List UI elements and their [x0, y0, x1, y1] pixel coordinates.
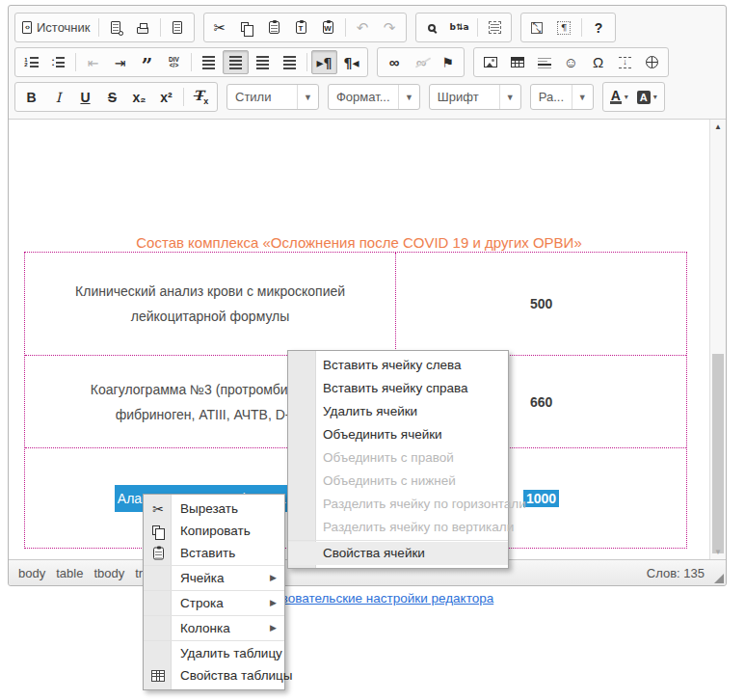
align-left-button[interactable] — [196, 50, 222, 74]
submenu-arrow-icon: ▶ — [270, 592, 277, 614]
anchor-button[interactable]: ⚑ — [435, 50, 461, 74]
text-color-button[interactable]: A▾ — [606, 85, 632, 109]
remove-format-button[interactable]: Tx — [188, 85, 214, 109]
menu-item-paste[interactable]: Вставить — [144, 542, 284, 564]
subscript-icon: x₂ — [132, 90, 146, 105]
paste-text-button[interactable]: T — [288, 15, 314, 40]
link-button[interactable]: ∞ — [381, 50, 407, 74]
image-button[interactable] — [477, 50, 503, 74]
print-button[interactable] — [130, 15, 156, 40]
align-center-button[interactable] — [223, 50, 249, 74]
paste-word-button[interactable]: W — [315, 15, 341, 40]
menu-item-delete-table[interactable]: Удалить таблицу — [144, 642, 284, 664]
select-all-button[interactable] — [482, 15, 508, 40]
ltr-button[interactable]: ▸¶ — [311, 50, 337, 74]
menu-item-copy[interactable]: Копировать — [144, 520, 284, 542]
format-combo[interactable]: Формат...▼ — [328, 84, 420, 110]
scrollbar-up-icon[interactable]: ▲ — [710, 120, 726, 134]
path-item-table[interactable]: table — [56, 566, 83, 580]
source-button[interactable]: Источник — [18, 15, 94, 40]
font-size-combo[interactable]: Ра...▼ — [530, 84, 594, 110]
path-item-body[interactable]: body — [18, 566, 45, 580]
print-icon — [137, 27, 148, 34]
select-all-icon — [489, 21, 501, 34]
italic-button[interactable]: I — [45, 85, 71, 109]
editor-settings-link[interactable]: Пользовательские настройки редактора — [252, 591, 493, 606]
underline-icon: U — [80, 90, 90, 105]
menu-item-insert-cell-left[interactable]: Вставить ячейку слева — [288, 354, 508, 377]
indent-button[interactable]: ⇥ — [107, 50, 133, 74]
paste-word-icon: W — [323, 21, 333, 34]
table-cell-service[interactable]: Клинический анализ крови с микроскопией … — [25, 253, 395, 355]
page-break-button[interactable]: ↓ — [612, 50, 638, 74]
align-right-button[interactable] — [250, 50, 276, 74]
menu-item-cell[interactable]: Ячейка▶ — [144, 567, 284, 589]
horizontal-rule-button[interactable] — [531, 50, 557, 74]
toolbar-group-colors: A▾ A▾ — [602, 82, 665, 112]
bg-color-button[interactable]: A▾ — [633, 85, 661, 109]
menu-item-column[interactable]: Колонка▶ — [144, 617, 284, 639]
unlink-button: ∞ — [408, 50, 434, 74]
numbered-list-button[interactable]: 12 — [18, 50, 44, 74]
bold-button[interactable]: B — [18, 85, 44, 109]
outdent-icon: ⇤ — [88, 56, 99, 69]
chevron-down-icon: ▼ — [499, 85, 520, 109]
element-path-breadcrumb: body table tbody tr — [18, 566, 143, 580]
menu-item-delete-cells[interactable]: Удалить ячейки — [288, 400, 508, 423]
menu-item-split-horizontal: Разделить ячейку по горизонтали — [288, 493, 508, 516]
table-cell-price[interactable]: 500 — [395, 253, 686, 355]
paste-button[interactable] — [261, 15, 287, 40]
path-item-tbody[interactable]: tbody — [93, 566, 124, 580]
path-item-tr[interactable]: tr — [135, 566, 143, 580]
bulleted-list-button[interactable]: •• — [45, 50, 71, 74]
smiley-button[interactable]: ☺ — [558, 50, 584, 74]
paste-text-icon: T — [296, 21, 306, 34]
table-context-menu: ✂Вырезать Копировать Вставить Ячейка▶ Ст… — [143, 494, 285, 690]
bg-color-icon: A — [637, 91, 651, 104]
underline-button[interactable]: U — [72, 85, 98, 109]
chevron-down-icon: ▼ — [297, 85, 318, 109]
cut-button[interactable]: ✂ — [207, 15, 233, 40]
find-icon — [428, 24, 436, 32]
table-button[interactable] — [504, 50, 530, 74]
menu-item-cut[interactable]: ✂Вырезать — [144, 498, 284, 520]
iframe-button[interactable] — [639, 50, 665, 74]
preview-button[interactable] — [103, 15, 129, 40]
rtl-button[interactable]: ¶◂ — [338, 50, 364, 74]
div-button[interactable]: DIV</> — [161, 50, 187, 74]
page-break-icon: ↓ — [619, 57, 631, 68]
superscript-button[interactable]: x² — [153, 85, 179, 109]
subscript-button[interactable]: x₂ — [126, 85, 152, 109]
templates-button[interactable] — [165, 15, 191, 40]
toolbar-separator — [75, 53, 76, 71]
toolbar-group-clipboard: ✂ T W ↶ ↷ — [203, 13, 407, 42]
document-title[interactable]: Состав комплекса «Осложнения после COVID… — [9, 234, 709, 251]
toolbar-group-tools: ¶ ? — [520, 13, 616, 42]
menu-item-row[interactable]: Строка▶ — [144, 592, 284, 614]
toolbar-row-1: Источник ✂ T W ↶ ↷ b⇅a — [14, 13, 720, 42]
menu-item-table-properties[interactable]: Свойства таблицы — [144, 664, 284, 687]
styles-combo[interactable]: Стили▼ — [226, 84, 319, 110]
show-blocks-icon: ¶ — [557, 21, 571, 35]
find-button[interactable] — [419, 15, 445, 40]
font-combo[interactable]: Шрифт▼ — [429, 84, 521, 110]
maximize-button[interactable] — [524, 15, 550, 40]
menu-separator — [144, 565, 284, 566]
copy-button[interactable] — [234, 15, 260, 40]
scrollbar-thumb[interactable] — [712, 354, 724, 553]
special-char-button[interactable]: Ω — [585, 50, 611, 74]
scrollbar-down-icon[interactable]: ▼ — [710, 545, 726, 559]
show-blocks-button[interactable]: ¶ — [551, 15, 577, 40]
justify-button[interactable] — [277, 50, 303, 74]
toolbar-group-insert: ☺ Ω ↓ — [473, 47, 669, 77]
menu-item-cell-properties[interactable]: Свойства ячейки — [288, 542, 508, 565]
blockquote-button[interactable]: ” — [134, 50, 160, 74]
rtl-icon: ¶◂ — [344, 56, 359, 69]
menu-item-merge-cells[interactable]: Объединить ячейки — [288, 423, 508, 446]
resize-grip-icon[interactable] — [714, 574, 724, 583]
strike-button[interactable]: S — [99, 85, 125, 109]
replace-button[interactable]: b⇅a — [446, 15, 473, 40]
about-button[interactable]: ? — [586, 15, 612, 40]
menu-item-insert-cell-right[interactable]: Вставить ячейку справа — [288, 377, 508, 400]
undo-button: ↶ — [350, 15, 376, 40]
